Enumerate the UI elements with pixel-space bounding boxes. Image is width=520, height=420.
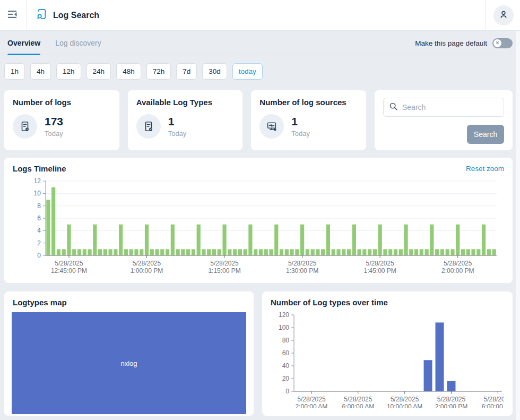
svg-text:2: 2: [37, 239, 41, 247]
range-button-1h[interactable]: 1h: [4, 63, 25, 80]
svg-text:10: 10: [34, 190, 41, 197]
search-icon: [389, 102, 398, 113]
range-button-24h[interactable]: 24h: [86, 63, 111, 80]
card-title: Available Log Types: [136, 98, 235, 107]
svg-text:120: 120: [279, 311, 289, 319]
log-type-icon: [136, 114, 161, 139]
logtypes-over-time-title: Number of Log types over time: [271, 298, 388, 307]
log-file-icon: [13, 114, 37, 139]
log-source-icon: [259, 114, 284, 139]
svg-text:2:00:00 PM: 2:00:00 PM: [441, 267, 474, 275]
svg-text:8: 8: [37, 202, 41, 210]
svg-text:5/28/2025: 5/28/2025: [55, 260, 83, 267]
svg-text:10:00:00 AM: 10:00:00 AM: [387, 403, 422, 408]
svg-text:6: 6: [37, 215, 41, 222]
svg-text:12: 12: [34, 177, 41, 185]
stat-value: 1: [291, 115, 310, 128]
svg-text:80: 80: [282, 337, 290, 344]
stat-value: 1: [168, 115, 187, 128]
range-button-7d[interactable]: 7d: [176, 63, 197, 80]
svg-text:60: 60: [282, 349, 290, 357]
search-button[interactable]: Search: [467, 125, 504, 144]
search-box: [383, 98, 504, 117]
tab-bar: Overview Log discovery Make this page de…: [0, 31, 520, 55]
svg-text:1:45:00 PM: 1:45:00 PM: [363, 267, 396, 275]
timeline-title: Logs Timeline: [13, 164, 66, 173]
svg-text:5/28/2025: 5/28/2025: [366, 260, 394, 267]
logtypes-over-time-chart[interactable]: 0204060801001205/28/20252:00:00 AM5/28/2…: [262, 309, 513, 410]
logtypes-over-time-panel: Number of Log types over time 0204060801…: [262, 292, 513, 416]
range-button-12h[interactable]: 12h: [56, 63, 81, 80]
tab-overview[interactable]: Overview: [0, 31, 48, 55]
header-divider-right: [486, 0, 486, 31]
top-bar: Log Search: [0, 0, 520, 31]
stat-caption: Today: [45, 130, 63, 138]
svg-text:5/28/2025: 5/28/2025: [344, 396, 372, 403]
range-button-72h[interactable]: 72h: [146, 63, 171, 80]
user-avatar-button[interactable]: [493, 5, 514, 25]
collapse-menu-icon: [7, 10, 19, 20]
svg-text:12:45:00 PM: 12:45:00 PM: [51, 267, 87, 275]
svg-text:6:00:00 PM: 6:00:00 PM: [482, 403, 504, 408]
range-button-48h[interactable]: 48h: [116, 63, 141, 80]
stat-value: 173: [45, 115, 63, 128]
user-icon: [498, 9, 509, 21]
svg-text:5/28/2025: 5/28/2025: [437, 396, 466, 403]
svg-text:5/28/2025: 5/28/2025: [444, 260, 472, 267]
treemap-cell-label: nxlog: [120, 359, 137, 367]
reset-zoom-link[interactable]: Reset zoom: [466, 165, 504, 173]
svg-text:1:00:00 PM: 1:00:00 PM: [131, 267, 163, 275]
treemap-cell-nxlog[interactable]: nxlog: [12, 312, 246, 414]
logtypes-map-panel: Logtypes map nxlog: [4, 292, 254, 416]
card-title: Number of log sources: [259, 98, 358, 107]
svg-text:2:00:00 PM: 2:00:00 PM: [435, 403, 467, 408]
svg-text:0: 0: [37, 252, 41, 259]
time-range-buttons: 1h4h12h24h48h72h7d30dtoday: [4, 63, 263, 80]
toggle-knob-x-icon: ✕: [493, 39, 501, 47]
svg-text:5/28/2025: 5/28/2025: [297, 396, 326, 403]
svg-text:2:00:00 AM: 2:00:00 AM: [296, 403, 328, 408]
svg-text:5/28/2025: 5/28/2025: [391, 396, 419, 403]
svg-text:5/28/2025: 5/28/2025: [133, 260, 161, 267]
svg-text:1:15:00 PM: 1:15:00 PM: [208, 267, 240, 275]
svg-text:0: 0: [285, 388, 289, 395]
svg-text:20: 20: [282, 375, 290, 382]
sidebar-collapse-button[interactable]: [0, 0, 27, 31]
svg-text:4: 4: [37, 227, 41, 234]
svg-text:100: 100: [279, 324, 289, 331]
log-search-icon: [36, 8, 48, 22]
card-available-log-types: Available Log Types 1 Today: [128, 90, 243, 150]
stat-caption: Today: [168, 130, 187, 138]
make-default-label: Make this page default: [415, 39, 487, 47]
svg-text:5/28/2025: 5/28/2025: [210, 260, 239, 267]
logs-timeline-panel: Logs Timeline Reset zoom 0246810125/28/2…: [4, 158, 513, 283]
card-search: Search: [375, 90, 513, 150]
make-default-toggle[interactable]: ✕: [492, 38, 513, 48]
svg-text:5/28/2025: 5/28/2025: [288, 260, 317, 267]
logtypes-treemap[interactable]: nxlog: [12, 312, 246, 414]
card-title: Number of logs: [13, 98, 111, 107]
card-number-of-logs: Number of logs 173 Today: [4, 90, 119, 150]
range-button-today[interactable]: today: [232, 63, 263, 80]
svg-text:6:00:00 AM: 6:00:00 AM: [342, 403, 374, 408]
page-title: Log Search: [53, 11, 99, 20]
logtypes-map-title: Logtypes map: [13, 298, 67, 307]
stat-caption: Today: [291, 130, 310, 138]
card-number-of-log-sources: Number of log sources 1: [251, 90, 366, 150]
stat-cards-row: Number of logs 173 Today Available Log T…: [4, 90, 513, 150]
logs-timeline-chart[interactable]: 0246810125/28/202512:45:00 PM5/28/20251:…: [4, 175, 513, 277]
svg-text:1:30:00 PM: 1:30:00 PM: [286, 267, 318, 275]
search-input[interactable]: [402, 103, 498, 112]
range-button-4h[interactable]: 4h: [30, 63, 51, 80]
range-button-30d[interactable]: 30d: [202, 63, 227, 80]
svg-text:5/28/2025: 5/28/2025: [484, 396, 504, 403]
tab-log-discovery[interactable]: Log discovery: [48, 31, 108, 55]
vertical-scrollbar[interactable]: [516, 31, 520, 420]
svg-text:40: 40: [282, 362, 290, 370]
